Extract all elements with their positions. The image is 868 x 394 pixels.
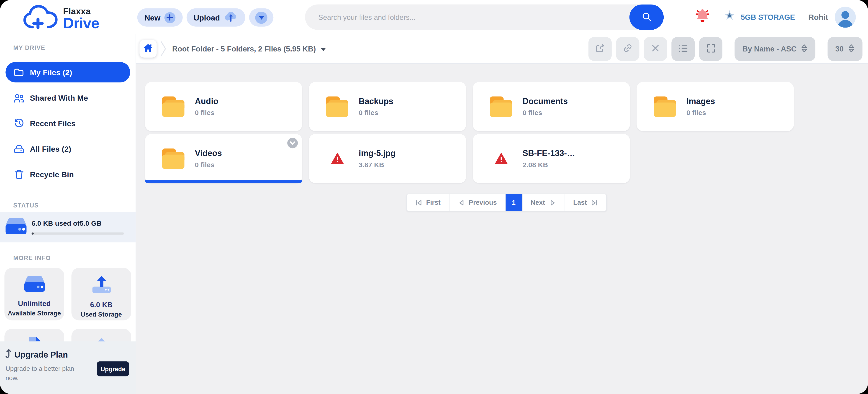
breadcrumb[interactable]: Root Folder - 5 Folders, 2 Files (5.95 K… [172, 44, 326, 54]
file-card-img-5-jpg[interactable]: img-5.jpg3.87 KB [309, 134, 466, 183]
sidebar-item-shared-with-me[interactable]: Shared With Me [5, 88, 130, 108]
sidebar-item-label: All Files (2) [30, 144, 71, 153]
share-icon [595, 43, 605, 55]
storage-badge-label: 5GB STORAGE [741, 13, 795, 21]
users-icon [13, 93, 24, 104]
folder-icon [13, 67, 24, 78]
folder-card-backups[interactable]: Backups0 files [309, 82, 466, 131]
info-card-label: Used Storage [81, 311, 122, 318]
page-size-button[interactable]: 30 [828, 37, 862, 61]
storage-status: 6.0 KB used of5.0 GB [0, 212, 135, 242]
page-size-label: 30 [835, 45, 844, 53]
pagination-previous[interactable]: Previous [449, 194, 505, 211]
sort-button[interactable]: By Name - ASC [735, 37, 815, 61]
folder-icon [488, 95, 514, 118]
avatar[interactable] [835, 7, 856, 28]
sidebar-item-all-files[interactable]: All Files (2) [5, 139, 130, 159]
info-card-used-storage: 6.0 KBUsed Storage [71, 268, 131, 321]
toolbar: Root Folder - 5 Folders, 2 Files (5.95 K… [136, 34, 868, 64]
section-status: STATUS [13, 202, 135, 208]
hdd-icon [13, 143, 24, 155]
hdd-icon [24, 275, 45, 295]
item-meta: 0 files [195, 161, 222, 169]
storage-progress-fill [31, 233, 34, 235]
home-icon [143, 43, 153, 54]
upgrade-panel: Upgrade Plan Upgrade to a better plan no… [0, 341, 136, 394]
warning-icon [488, 153, 514, 164]
trash-icon [13, 169, 24, 180]
folder-card-audio[interactable]: Audio0 files [145, 82, 302, 131]
breadcrumb-text: Root Folder - 5 Folders, 2 Files (5.95 K… [172, 45, 316, 53]
info-card-value: 6.0 KB [90, 300, 112, 308]
page-size-arrows-icon [848, 44, 855, 54]
search-icon [642, 11, 652, 23]
item-name: Videos [195, 148, 222, 158]
pagination-first[interactable]: First [407, 194, 449, 211]
section-my-drive: MY DRIVE [13, 44, 135, 51]
sidebar-item-recycle-bin[interactable]: Recycle Bin [5, 164, 130, 184]
toolbar-actions: By Name - ASC 30 [588, 37, 862, 61]
header-actions: New Upload [137, 8, 274, 26]
pagination-last[interactable]: Last [564, 194, 606, 211]
plus-icon [164, 12, 176, 23]
new-button[interactable]: New [137, 8, 183, 26]
more-actions-button[interactable] [249, 8, 274, 26]
sidebar: MY DRIVE My Files (2)Shared With MeRecen… [0, 34, 136, 394]
close-icon [652, 44, 659, 54]
item-options-badge[interactable] [287, 138, 298, 148]
header: Flaxxa Drive New Upload [0, 0, 868, 34]
item-name: Backups [359, 96, 394, 106]
sidebar-item-label: My Files (2) [30, 68, 72, 77]
new-button-label: New [145, 13, 160, 22]
pagination-page-1[interactable]: 1 [505, 194, 522, 211]
pagination-next[interactable]: Next [522, 194, 564, 211]
app-logo[interactable]: Flaxxa Drive [22, 3, 99, 34]
item-name: Documents [523, 96, 568, 106]
link-icon [623, 43, 633, 55]
share-button[interactable] [588, 37, 612, 61]
folder-card-documents[interactable]: Documents0 files [473, 82, 630, 131]
upload-button-label: Upload [194, 13, 220, 22]
clear-selection-button[interactable] [644, 37, 667, 61]
brand-product: Drive [63, 16, 99, 30]
sidebar-item-recent-files[interactable]: Recent Files [5, 113, 130, 133]
breadcrumb-caret-icon [320, 44, 326, 54]
storage-usage-text: 6.0 KB used of5.0 GB [31, 220, 130, 228]
search-button[interactable] [629, 4, 664, 30]
section-more-info: MORE INFO [13, 255, 135, 261]
storage-progress-bar [31, 233, 124, 235]
home-button[interactable] [140, 40, 156, 58]
brand-name: Flaxxa [63, 6, 99, 16]
folder-card-images[interactable]: Images0 files [637, 82, 794, 131]
hard-drive-icon [5, 217, 26, 237]
search-bar [305, 4, 664, 30]
cloud-plus-logo-icon [22, 3, 60, 34]
item-meta: 2.08 KB [523, 161, 575, 169]
info-card-label: Available Storage [8, 310, 61, 317]
upgrade-button[interactable]: Upgrade [97, 361, 129, 376]
item-meta: 0 files [195, 109, 218, 117]
notification-bell-icon[interactable] [694, 8, 712, 27]
main-area: Root Folder - 5 Folders, 2 Files (5.95 K… [136, 34, 868, 394]
item-name: SB-FE-133-… [523, 148, 575, 158]
header-right: ★ ★ 5GB STORAGE Rohit [694, 0, 856, 34]
sidebar-item-label: Recent Files [30, 119, 75, 128]
storage-badge[interactable]: ★ ★ 5GB STORAGE [723, 10, 795, 24]
folder-card-videos[interactable]: Videos0 files [145, 134, 302, 183]
fullscreen-button[interactable] [699, 37, 722, 61]
item-meta: 0 files [686, 109, 715, 117]
chevron-down-icon [255, 11, 268, 24]
file-card-sb-fe-133-[interactable]: SB-FE-133-…2.08 KB [473, 134, 630, 183]
search-input[interactable] [305, 4, 629, 30]
item-meta: 0 files [359, 109, 394, 117]
item-name: Audio [195, 96, 218, 106]
upload-button[interactable]: Upload [186, 8, 245, 26]
sidebar-item-my-files[interactable]: My Files (2) [5, 62, 130, 83]
folder-icon [652, 95, 678, 118]
list-view-button[interactable] [672, 37, 695, 61]
copy-link-button[interactable] [616, 37, 640, 61]
upgrade-title: Upgrade Plan [14, 350, 68, 359]
file-grid: Audio0 filesBackups0 filesDocuments0 fil… [145, 82, 868, 183]
item-meta: 0 files [523, 109, 568, 117]
star-icon: ★ ★ [723, 10, 737, 24]
